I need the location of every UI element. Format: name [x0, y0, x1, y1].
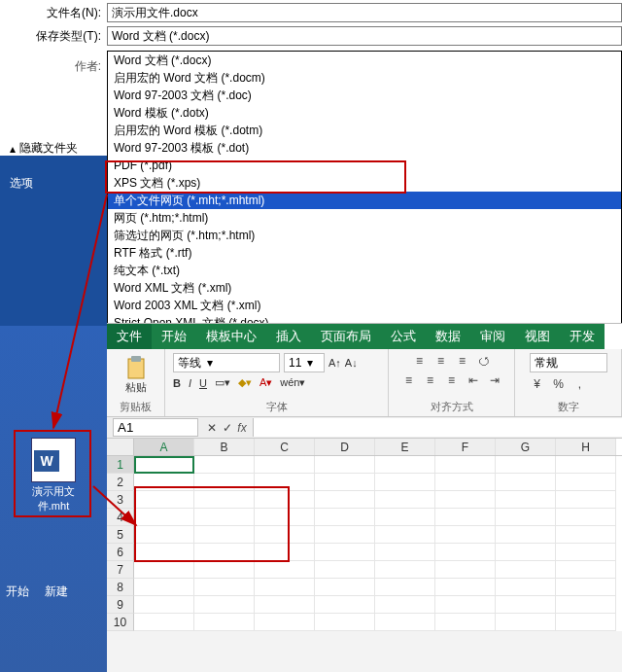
spreadsheet-grid[interactable]: ABCDEFGH 12345678910: [107, 439, 622, 631]
cell[interactable]: [375, 614, 435, 631]
cell[interactable]: [375, 544, 435, 561]
cell[interactable]: [435, 561, 496, 579]
cell[interactable]: [194, 596, 255, 614]
cell[interactable]: [194, 509, 255, 526]
percent-icon[interactable]: %: [551, 376, 567, 392]
orientation-icon[interactable]: ⭯: [476, 353, 492, 369]
cell[interactable]: [496, 474, 556, 491]
font-size-select[interactable]: 11▾: [284, 353, 325, 372]
hide-folders-toggle[interactable]: ▴ 隐藏文件夹: [10, 140, 78, 157]
cell[interactable]: [134, 509, 194, 526]
ribbon-tab[interactable]: 模板中心: [196, 324, 266, 349]
cell[interactable]: [255, 544, 315, 561]
cell[interactable]: [496, 596, 556, 614]
align-middle-icon[interactable]: ≡: [433, 353, 449, 369]
cell[interactable]: [496, 614, 556, 631]
align-center-icon[interactable]: ≡: [423, 372, 438, 388]
filetype-option[interactable]: 单个文件网页 (*.mht;*.mhtml): [108, 192, 621, 209]
cell[interactable]: [556, 474, 616, 491]
cell[interactable]: [194, 544, 255, 561]
underline-button[interactable]: U: [199, 377, 207, 389]
phonetic-button[interactable]: wén▾: [280, 376, 305, 389]
filetype-option[interactable]: RTF 格式 (*.rtf): [108, 244, 621, 262]
cell[interactable]: [134, 456, 194, 474]
row-header[interactable]: 1: [107, 456, 134, 474]
filetype-option[interactable]: PDF (*.pdf): [108, 157, 621, 174]
column-header[interactable]: D: [315, 439, 375, 455]
ribbon-tab[interactable]: 开发: [560, 324, 605, 349]
font-name-select[interactable]: 等线▾: [173, 353, 280, 372]
comma-icon[interactable]: ,: [572, 376, 588, 392]
row-header[interactable]: 3: [107, 491, 134, 509]
select-all-corner[interactable]: [107, 439, 134, 455]
filetype-option[interactable]: Word 2003 XML 文档 (*.xml): [108, 297, 621, 314]
filetype-option[interactable]: 启用宏的 Word 文档 (*.docm): [108, 69, 621, 87]
currency-icon[interactable]: ¥: [530, 376, 545, 392]
cell[interactable]: [194, 526, 255, 544]
cell[interactable]: [375, 561, 435, 579]
filetype-dropdown[interactable]: Word 文档 (*.docx)启用宏的 Word 文档 (*.docm)Wor…: [107, 51, 622, 350]
font-color-button[interactable]: A▾: [259, 376, 272, 389]
column-header[interactable]: F: [435, 439, 496, 455]
ribbon-tab[interactable]: 审阅: [470, 324, 515, 349]
cell[interactable]: [496, 544, 556, 561]
ribbon-tab[interactable]: 插入: [266, 324, 311, 349]
taskbar-new[interactable]: 新建: [45, 584, 68, 600]
cell[interactable]: [435, 491, 496, 509]
cell[interactable]: [556, 596, 616, 614]
shrink-font-icon[interactable]: A↓: [345, 357, 358, 369]
cell[interactable]: [134, 614, 194, 631]
cell[interactable]: [315, 474, 375, 491]
cell[interactable]: [556, 491, 616, 509]
filetype-option[interactable]: 纯文本 (*.txt): [108, 262, 621, 279]
row-header[interactable]: 7: [107, 561, 134, 579]
cell[interactable]: [496, 561, 556, 579]
cell[interactable]: [315, 456, 375, 474]
cell[interactable]: [255, 596, 315, 614]
cell[interactable]: [255, 561, 315, 579]
cell[interactable]: [315, 491, 375, 509]
cell[interactable]: [435, 509, 496, 526]
ribbon-tab[interactable]: 公式: [381, 324, 426, 349]
number-format-select[interactable]: 常规: [530, 353, 607, 372]
row-header[interactable]: 2: [107, 474, 134, 491]
cell[interactable]: [194, 491, 255, 509]
filetype-option[interactable]: Word 模板 (*.dotx): [108, 104, 621, 122]
cell[interactable]: [194, 474, 255, 491]
name-box[interactable]: [113, 418, 198, 437]
cell[interactable]: [375, 526, 435, 544]
cell[interactable]: [435, 474, 496, 491]
cell[interactable]: [255, 526, 315, 544]
indent-dec-icon[interactable]: ⇤: [466, 372, 481, 388]
row-header[interactable]: 4: [107, 509, 134, 526]
cell[interactable]: [556, 579, 616, 596]
cell[interactable]: [315, 544, 375, 561]
cell[interactable]: [255, 491, 315, 509]
cell[interactable]: [134, 596, 194, 614]
cell[interactable]: [375, 456, 435, 474]
cell[interactable]: [496, 579, 556, 596]
filetype-option[interactable]: 启用宏的 Word 模板 (*.dotm): [108, 122, 621, 139]
row-header[interactable]: 8: [107, 579, 134, 596]
cell[interactable]: [556, 456, 616, 474]
cell[interactable]: [315, 509, 375, 526]
cell[interactable]: [435, 456, 496, 474]
cell[interactable]: [255, 474, 315, 491]
cell[interactable]: [315, 614, 375, 631]
cell[interactable]: [134, 544, 194, 561]
align-bottom-icon[interactable]: ≡: [455, 353, 470, 369]
fx-icon[interactable]: fx: [235, 421, 249, 435]
cell[interactable]: [194, 456, 255, 474]
cell[interactable]: [375, 491, 435, 509]
cell[interactable]: [194, 614, 255, 631]
cell[interactable]: [435, 614, 496, 631]
cell[interactable]: [375, 596, 435, 614]
cell[interactable]: [315, 596, 375, 614]
align-top-icon[interactable]: ≡: [412, 353, 428, 369]
cell[interactable]: [375, 579, 435, 596]
row-header[interactable]: 9: [107, 596, 134, 614]
column-header[interactable]: B: [194, 439, 255, 455]
column-header[interactable]: C: [255, 439, 315, 455]
cell[interactable]: [375, 474, 435, 491]
ribbon-tab[interactable]: 文件: [107, 324, 152, 349]
